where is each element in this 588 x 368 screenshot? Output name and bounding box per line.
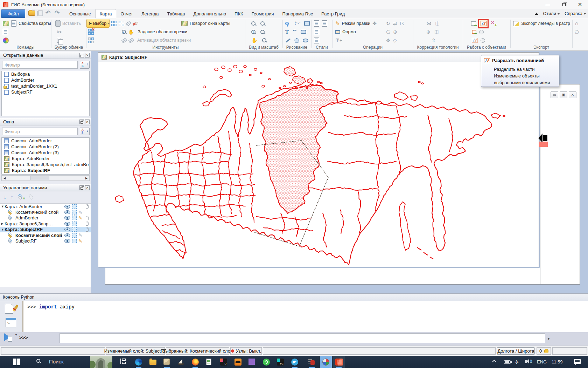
editable-pencil-icon[interactable]: ✎ [78,238,83,244]
sort-az-button[interactable]: AB↓ [80,61,90,69]
point-tool-icon[interactable] [285,22,289,25]
map-window-title[interactable]: Карта: SubjectRF [98,53,539,62]
layer-row[interactable]: Косметический слой✎ [0,232,91,238]
tab-Таблица[interactable]: Таблица [163,9,189,18]
list-item[interactable]: Список: AdmBorder (2) [2,144,89,150]
list-item[interactable]: Карта: Запрос6,Запрос5,test_admBorder [2,162,89,168]
visibility-eye-icon[interactable] [64,205,70,209]
styles-menu[interactable]: Стили [543,11,560,16]
editable-pencil-icon[interactable]: ✎ [78,232,83,238]
layer-down-icon[interactable]: ↓ [4,194,6,200]
status-nodes[interactable]: Узлы: Выкл. [230,347,262,355]
console-input[interactable] [59,333,545,343]
collapse-ribbon-icon[interactable] [535,13,538,15]
penta-extra-icon[interactable]: ⬠ [575,29,579,35]
line-tool-icon[interactable] [286,38,290,42]
add-node-object-icon[interactable] [491,21,496,26]
taskbar-icon-pycharm[interactable]: PC [277,359,284,366]
language-indicator[interactable]: ENG [537,359,547,364]
rect-tool-icon[interactable] [304,21,310,26]
edit-mode-label[interactable]: Режим правки [342,21,371,26]
taskbar-icon-cards[interactable] [163,359,170,366]
taskbar-icon-axioma[interactable] [335,359,342,366]
background-window[interactable]: ▭ ▣ ✕ [540,84,580,285]
console-history[interactable]: >>> import axipy [22,301,588,332]
paste-label[interactable]: Вставить [62,21,81,26]
visibility-eye-icon[interactable] [64,233,70,237]
combine-icon[interactable]: ⊕ [393,29,397,35]
float-panel-icon[interactable] [79,185,84,190]
tab-Основные[interactable]: Основные [65,9,95,18]
list-item[interactable]: Карта: SubjectRF [2,168,89,173]
visibility-eye-icon[interactable] [64,239,70,243]
style-region-icon[interactable] [314,20,319,27]
zoom-in-icon[interactable]: + [251,30,255,34]
clock[interactable]: 11:59 [552,359,563,364]
node-del-icon[interactable]: ◇ [393,38,397,43]
layer-row[interactable]: ▼Карта: AdmBorder [0,204,91,209]
taskbar-icon-idea[interactable]: IJ [220,359,227,366]
taskbar-icon-tg[interactable] [291,359,298,366]
rotate-obj-icon[interactable]: ↻ [386,21,390,26]
taskbar-icon-wa[interactable] [263,359,270,366]
status-editable-layer[interactable]: Изменяемый слой: SubjectRF [106,347,165,355]
file-menu-button[interactable]: Файл [1,9,25,18]
list-item[interactable]: SubjectRF [2,89,89,95]
tab-Растр Грид[interactable]: Растр Грид [317,9,349,18]
paperclip-icon[interactable] [86,222,89,226]
rotate-map-label[interactable]: Поворот окна карты [190,21,230,26]
opened-data-filter-input[interactable]: Фильтр [2,61,78,69]
notification-count[interactable]: 0 [537,347,551,355]
layer-checkbox[interactable] [72,204,77,209]
tab-Дополнительно[interactable]: Дополнительно [189,9,231,18]
copy-icon[interactable] [57,38,61,43]
document-icon[interactable] [3,29,8,35]
paperclip-icon[interactable] [86,227,89,232]
add-layer-icon[interactable]: + [18,195,24,199]
zoom-extent-icon[interactable] [260,30,265,34]
cut-icon[interactable]: ✂ [57,29,62,35]
taskbar-icon-vs[interactable] [248,359,255,366]
taskbar-icon-ship[interactable] [178,359,185,366]
layer-checkbox[interactable] [72,216,77,220]
arc-tool-icon[interactable] [292,30,297,34]
help-menu[interactable]: Справка [565,11,586,16]
visibility-eye-icon[interactable] [64,210,70,214]
style-symbol-icon[interactable] [314,37,319,43]
style-tag-icon[interactable] [126,21,132,26]
taskbar-icon-bat[interactable] [234,359,241,366]
windows-hscrollbar[interactable]: ◀▶ [1,175,90,181]
minimize-button[interactable]: — [540,0,556,9]
sort-az-button[interactable]: AB↓ [80,128,90,135]
notification-center-icon[interactable] [574,359,581,364]
eraser-icon[interactable] [132,21,138,26]
rounded-rect-tool-icon[interactable] [301,30,306,34]
paste-icon[interactable] [55,20,61,27]
tab-Геометрия[interactable]: Геометрия [247,9,278,18]
restore-button[interactable] [556,0,572,9]
list-item[interactable]: Список: AdmBorder [2,138,89,144]
list-item[interactable]: Выборка [2,71,89,77]
mdi-restore-button[interactable]: ▣ [560,91,567,98]
export-legend-icon[interactable] [513,21,519,26]
console-input-dropdown-icon[interactable]: ▼ [547,337,550,341]
layer-row[interactable]: AdmBorder✎ [0,215,91,221]
select-grid2-icon[interactable] [119,21,124,26]
arc-extra-icon[interactable]: ∩ [575,20,579,27]
terminal-icon[interactable] [6,318,16,327]
style-text-icon[interactable] [322,20,327,27]
mirror-obj-icon[interactable]: ⇄ [393,21,397,26]
float-panel-icon[interactable] [79,120,84,124]
edit-mode-icon[interactable]: ✎ [335,20,340,27]
visibility-eye-icon[interactable] [64,216,70,220]
tag3-icon[interactable] [128,38,134,43]
undo-icon[interactable]: ↶ [46,9,50,16]
layer-row[interactable]: SubjectRF✎ [0,238,91,244]
editable-pencil-icon[interactable]: ✎ [78,215,83,221]
close-panel-icon[interactable]: ✕ [85,185,90,190]
rotate-map-icon[interactable] [181,21,188,26]
layer-row[interactable]: ▼Карта: SubjectRF [0,227,91,232]
paste-object-icon[interactable] [472,30,476,34]
export-legend-label[interactable]: Экспорт легенды в растр [521,21,570,26]
visibility-eye-icon[interactable] [64,227,70,231]
